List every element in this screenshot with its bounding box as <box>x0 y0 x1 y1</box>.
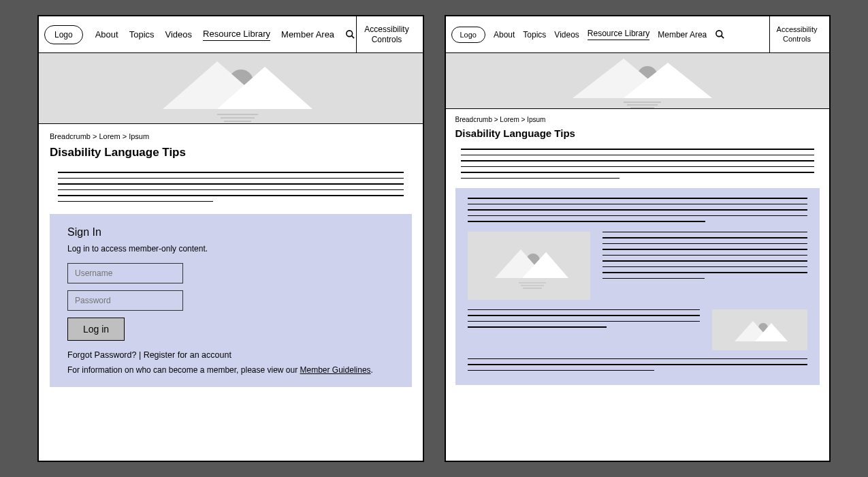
nav-member-area[interactable]: Member Area <box>281 29 334 40</box>
password-field[interactable] <box>67 290 183 311</box>
member-content-panel <box>455 188 820 385</box>
header: Logo About Topics Videos Resource Librar… <box>446 16 830 53</box>
primary-nav: About Topics Videos Resource Library Mem… <box>95 29 356 41</box>
forgot-password-link[interactable]: Forgot Password? <box>67 350 136 360</box>
content-image-1 <box>468 232 590 300</box>
hero-image <box>39 53 423 124</box>
breadcrumb[interactable]: Breadcrumb > Lorem > Ipsum <box>50 132 412 140</box>
wireframe-signed-out: Logo About Topics Videos Resource Librar… <box>37 15 424 462</box>
page-title: Disability Language Tips <box>50 146 412 159</box>
content-image-2 <box>712 309 807 350</box>
content-area: Breadcrumb > Lorem > Ipsum Disability La… <box>39 124 423 461</box>
search-icon[interactable] <box>715 29 725 40</box>
mountain-icon <box>722 313 797 347</box>
hero-image <box>446 53 830 109</box>
svg-line-1 <box>351 35 354 38</box>
wireframe-signed-in: Logo About Topics Videos Resource Librar… <box>445 15 831 462</box>
nav-resource-library[interactable]: Resource Library <box>588 29 649 40</box>
signin-panel: Sign In Log in to access member-only con… <box>50 214 412 387</box>
body-text-placeholder <box>58 172 404 202</box>
svg-point-8 <box>716 31 722 37</box>
nav-videos[interactable]: Videos <box>165 29 193 40</box>
content-area: Breadcrumb > Lorem > Ipsum Disability La… <box>446 109 830 461</box>
search-icon[interactable] <box>345 29 355 40</box>
link-separator: | <box>136 350 143 360</box>
nav-topics[interactable]: Topics <box>129 29 155 40</box>
info-prefix: For information on who can become a memb… <box>67 365 300 375</box>
member-guidelines-link[interactable]: Member Guidelines <box>300 365 371 375</box>
breadcrumb[interactable]: Breadcrumb > Lorem > Ipsum <box>455 116 820 123</box>
signin-title: Sign In <box>67 226 394 238</box>
body-text-placeholder <box>461 149 815 179</box>
logo[interactable]: Logo <box>451 27 485 43</box>
panel-row-1 <box>468 232 808 300</box>
accessibility-controls[interactable]: Accessibility Controls <box>769 16 824 52</box>
nav-member-area[interactable]: Member Area <box>658 30 707 40</box>
register-link[interactable]: Register for an account <box>144 350 231 360</box>
header: Logo About Topics Videos Resource Librar… <box>39 16 423 53</box>
panel-text-column-left <box>468 309 701 333</box>
nav-about[interactable]: About <box>494 30 515 40</box>
nav-about[interactable]: About <box>95 29 118 40</box>
accessibility-controls[interactable]: Accessibility Controls <box>356 16 417 52</box>
signin-links: Forgot Password? | Register for an accou… <box>67 350 394 360</box>
nav-topics[interactable]: Topics <box>523 30 546 40</box>
primary-nav: About Topics Videos Resource Library Mem… <box>494 29 769 40</box>
svg-point-0 <box>347 31 353 37</box>
mountain-icon <box>535 53 739 109</box>
panel-text-bottom <box>468 358 808 371</box>
panel-text-column <box>602 232 808 300</box>
mountain-icon <box>122 55 340 123</box>
nav-videos[interactable]: Videos <box>554 30 579 40</box>
signin-info: For information on who can become a memb… <box>67 365 394 375</box>
svg-line-9 <box>722 35 724 38</box>
nav-resource-library[interactable]: Resource Library <box>203 29 270 41</box>
page-title: Disability Language Tips <box>455 127 820 139</box>
panel-row-2 <box>468 309 808 350</box>
panel-text-placeholder <box>468 198 808 222</box>
signin-subtitle: Log in to access member-only content. <box>67 244 394 253</box>
mountain-icon <box>481 238 577 293</box>
logo[interactable]: Logo <box>44 25 83 44</box>
login-button[interactable]: Log in <box>67 318 125 341</box>
info-suffix: . <box>371 365 373 375</box>
username-field[interactable] <box>67 263 183 283</box>
